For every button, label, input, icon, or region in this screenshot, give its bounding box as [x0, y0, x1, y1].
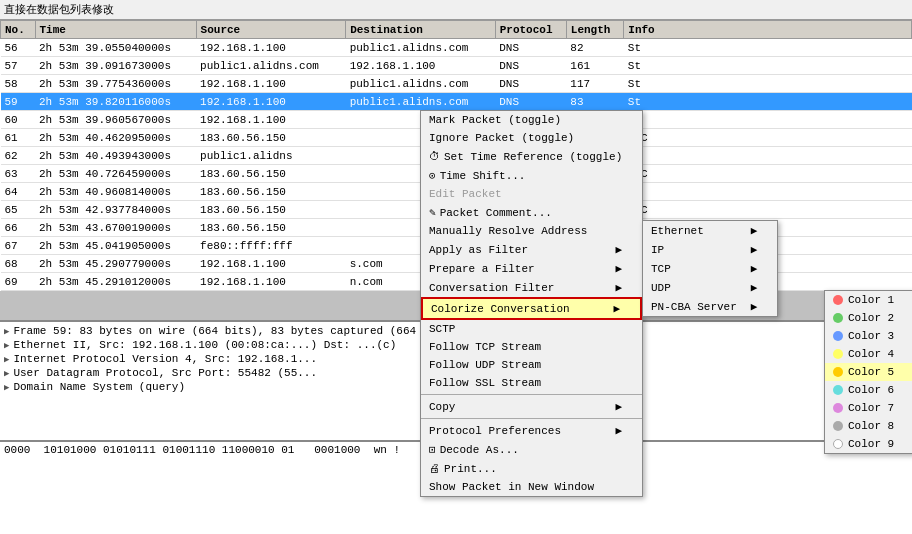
comment-icon: ✎ — [429, 206, 436, 219]
separator-2 — [421, 418, 642, 419]
decode-as-item[interactable]: ⊡ Decode As... — [421, 440, 642, 459]
prepare-filter-item[interactable]: Prepare a Filter — [421, 259, 642, 278]
table-row[interactable]: 572h 53m 39.091673000spublic1.alidns.com… — [1, 57, 912, 75]
color7-label: Color 7 — [848, 402, 894, 414]
color3-item[interactable]: Color 3 — [825, 327, 912, 345]
ignore-packet-item[interactable]: Ignore Packet (toggle) — [421, 129, 642, 147]
color-submenu: Color 1 Color 2 Color 3 Color 4 Color 5 … — [824, 290, 912, 454]
col-info-header: Info — [624, 21, 912, 39]
ethernet-item[interactable]: Ethernet — [643, 221, 777, 240]
color6-label: Color 6 — [848, 384, 894, 396]
color5-item[interactable]: Color 5 — [825, 363, 912, 381]
separator-1 — [421, 394, 642, 395]
ip-item[interactable]: IP — [643, 240, 777, 259]
color8-label: Color 8 — [848, 420, 894, 432]
pncba-item[interactable]: PN-CBA Server — [643, 297, 777, 316]
udp-item[interactable]: UDP — [643, 278, 777, 297]
time-shift-item[interactable]: ⊙ Time Shift... — [421, 166, 642, 185]
hex-text: 0000 10101000 01010111 01001110 11000010… — [4, 444, 400, 456]
color2-item[interactable]: Color 2 — [825, 309, 912, 327]
table-row[interactable]: 592h 53m 39.820116000s192.168.1.100publi… — [1, 93, 912, 111]
set-time-ref-item[interactable]: ⏱ Set Time Reference (toggle) — [421, 147, 642, 166]
follow-udp-item[interactable]: Follow UDP Stream — [421, 356, 642, 374]
color9-item[interactable]: Color 9 — [825, 435, 912, 453]
color9-dot — [833, 439, 843, 449]
sctp-item[interactable]: SCTP — [421, 320, 642, 338]
color6-dot — [833, 385, 843, 395]
color8-dot — [833, 421, 843, 431]
title-bar: 直接在数据包列表修改 — [0, 0, 912, 20]
manually-resolve-item[interactable]: Manually Resolve Address — [421, 222, 642, 240]
apply-filter-item[interactable]: Apply as Filter — [421, 240, 642, 259]
color9-label: Color 9 — [848, 438, 894, 450]
tcp-item[interactable]: TCP — [643, 259, 777, 278]
proto-prefs-item[interactable]: Protocol Preferences — [421, 421, 642, 440]
col-proto-header: Protocol — [495, 21, 566, 39]
show-packet-item[interactable]: Show Packet in New Window — [421, 478, 642, 496]
mark-packet-item[interactable]: Mark Packet (toggle) — [421, 111, 642, 129]
color4-label: Color 4 — [848, 348, 894, 360]
decode-icon: ⊡ — [429, 443, 436, 456]
time-icon: ⊙ — [429, 169, 436, 182]
col-dst-header: Destination — [346, 21, 496, 39]
color1-label: Color 1 — [848, 294, 894, 306]
color5-label: Color 5 — [848, 366, 894, 378]
packet-comment-item[interactable]: ✎ Packet Comment... — [421, 203, 642, 222]
color4-item[interactable]: Color 4 — [825, 345, 912, 363]
table-row[interactable]: 582h 53m 39.775436000s192.168.1.100publi… — [1, 75, 912, 93]
edit-packet-item: Edit Packet — [421, 185, 642, 203]
follow-tcp-item[interactable]: Follow TCP Stream — [421, 338, 642, 356]
title-text: 直接在数据包列表修改 — [4, 4, 114, 16]
clock-icon: ⏱ — [429, 150, 440, 163]
table-row[interactable]: 562h 53m 39.055040000s192.168.1.100publi… — [1, 39, 912, 57]
color1-item[interactable]: Color 1 — [825, 291, 912, 309]
col-len-header: Length — [566, 21, 624, 39]
print-icon: 🖨 — [429, 462, 440, 475]
color7-dot — [833, 403, 843, 413]
color3-label: Color 3 — [848, 330, 894, 342]
color2-label: Color 2 — [848, 312, 894, 324]
color5-dot — [833, 367, 843, 377]
color2-dot — [833, 313, 843, 323]
colorize-submenu: Ethernet IP TCP UDP PN-CBA Server — [642, 220, 778, 317]
col-time-header: Time — [35, 21, 196, 39]
context-menu: Mark Packet (toggle) Ignore Packet (togg… — [420, 110, 643, 497]
color7-item[interactable]: Color 7 — [825, 399, 912, 417]
table-header-row: No. Time Source Destination Protocol Len… — [1, 21, 912, 39]
col-no-header: No. — [1, 21, 36, 39]
colorize-conv-item[interactable]: Colorize Conversation — [421, 297, 642, 320]
col-src-header: Source — [196, 21, 346, 39]
color3-dot — [833, 331, 843, 341]
print-item[interactable]: 🖨 Print... — [421, 459, 642, 478]
color1-dot — [833, 295, 843, 305]
follow-ssl-item[interactable]: Follow SSL Stream — [421, 374, 642, 392]
conv-filter-item[interactable]: Conversation Filter — [421, 278, 642, 297]
copy-item[interactable]: Copy — [421, 397, 642, 416]
color6-item[interactable]: Color 6 — [825, 381, 912, 399]
color4-dot — [833, 349, 843, 359]
color8-item[interactable]: Color 8 — [825, 417, 912, 435]
